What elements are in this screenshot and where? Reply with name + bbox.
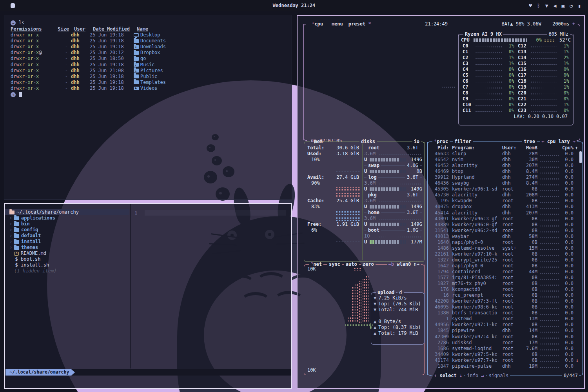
- tree-item[interactable]: ›themes: [5, 245, 130, 250]
- update-interval-control[interactable]: - 2000ms +: [545, 21, 577, 27]
- process-row[interactable]: 46095kworker/u98:6-kcroot0B0.0: [430, 304, 580, 310]
- process-row[interactable]: 2786udisksdroot17M0.0: [430, 340, 580, 346]
- process-mem-graph: [540, 343, 560, 345]
- battery-icon[interactable]: ▮: [578, 3, 581, 9]
- process-row[interactable]: 45305kworker/u96:1-sdroot0B0.0: [430, 186, 580, 192]
- name: Videos: [134, 85, 285, 91]
- process-row[interactable]: 45730alacrittydhh208M0.0: [430, 192, 580, 198]
- process-row[interactable]: 16rcu_preemptroot0B0.0: [430, 292, 580, 298]
- upload-box-hotkey[interactable]: d: [397, 290, 403, 296]
- filter-button[interactable]: filter: [453, 139, 473, 145]
- process-row[interactable]: 1794containerdroot44M0.0: [430, 269, 580, 275]
- bluetooth-icon[interactable]: ᛒ: [537, 3, 540, 9]
- omarchy-icon[interactable]: ♥: [529, 3, 532, 9]
- process-row[interactable]: 1686systemd-logindroot7.6M0.0: [430, 346, 580, 352]
- sort-selector[interactable]: ← cpu lazy →: [540, 139, 577, 145]
- terminal-window-ls[interactable]: → ls Permissions Size User Date Modified…: [4, 15, 292, 200]
- process-pid: 40013: [430, 234, 449, 240]
- tree-item[interactable]: $install.sh: [5, 262, 130, 268]
- select-controls[interactable]: ↑ select ↓: [432, 373, 464, 379]
- process-row[interactable]: 44956kworker/u97:1-kcroot0B0.0: [430, 322, 580, 328]
- process-pid: 1380: [430, 310, 449, 316]
- process-row[interactable]: 1845pipewiredhh14M0.0: [430, 328, 580, 334]
- process-row[interactable]: 1827mt76-tx phy0root0B0.0: [430, 281, 580, 287]
- process-name: kworker/u98:6-kc: [452, 304, 502, 310]
- tree-item[interactable]: ›config: [5, 227, 130, 233]
- tree-item[interactable]: ›default: [5, 233, 130, 239]
- process-row[interactable]: 46452alacrittydhh207M0.0: [430, 163, 580, 169]
- tree-toggle[interactable]: tree: [522, 139, 537, 145]
- process-mem: 0B: [521, 251, 537, 257]
- core-row: C221%: [516, 102, 571, 108]
- permissions: drwxr-xr-x: [11, 38, 54, 44]
- process-row[interactable]: 45414alacrittydhh207M0.0: [430, 210, 580, 216]
- process-row[interactable]: 1486systemd-resolvesyst+15M0.0: [430, 245, 580, 251]
- process-row[interactable]: 42309kworker/u97:4-kcroot0B0.0: [430, 334, 580, 340]
- tree-item[interactable]: ›bin: [5, 221, 130, 227]
- mem-box-tab[interactable]: ²mem: [310, 139, 324, 145]
- process-mem-graph: [540, 302, 560, 303]
- io-mode-toggle[interactable]: io: [412, 139, 421, 145]
- volume-icon[interactable]: ◀: [554, 3, 557, 9]
- net-zero-toggle[interactable]: zero: [361, 261, 376, 267]
- upload-graph-baseline: [345, 323, 373, 326]
- process-cpu: 0.0: [562, 210, 573, 216]
- process-row[interactable]: 43091kworker/u96:3-gfroot0B0.0: [430, 216, 580, 222]
- process-row[interactable]: 176kcompactd0root0B0.0: [430, 287, 580, 292]
- cpu-tray-icon[interactable]: ▣: [562, 3, 565, 9]
- process-mem-graph: [540, 290, 560, 292]
- tree-item[interactable]: ~/.local/share/omarchy: [5, 209, 129, 215]
- info-button[interactable]: info ↵: [465, 373, 485, 379]
- tree-item[interactable]: MREADME.md: [5, 250, 130, 256]
- process-cpu: 0.0: [562, 257, 573, 263]
- process-row[interactable]: 1systemdroot13M0.0: [430, 316, 580, 322]
- process-row[interactable]: 34409kworker/u97:5-kcroot0B0.0: [430, 352, 580, 358]
- proc-scrollbar-thumb[interactable]: [579, 151, 582, 163]
- mem-pct-row: 10%: [307, 157, 362, 163]
- process-row[interactable]: 40075dropboxdhh413M0.0: [430, 204, 580, 210]
- net-box-tab[interactable]: ³net: [309, 261, 323, 267]
- process-row[interactable]: 1640napi/phy0-0root0B0.0: [430, 240, 580, 245]
- disk-used-value: 149G: [407, 204, 422, 210]
- process-table-header[interactable]: Pid: Program: User: MemB Cpu% ↑: [430, 145, 580, 151]
- process-row[interactable]: 22161kworker/u97:10-kroot0B0.0: [430, 251, 580, 257]
- process-row[interactable]: 195kswapd0root0B0.0: [430, 198, 580, 204]
- net-interface-switcher[interactable]: ←b wlan0 n→: [387, 261, 421, 267]
- tree-item[interactable]: ›applications: [5, 215, 130, 221]
- process-row[interactable]: 1380btrfs-transactioroot0B0.0: [430, 310, 580, 316]
- file-manager-window[interactable]: ~/.local/share/omarchy›applications›bin›…: [4, 203, 292, 389]
- core-graph: [475, 82, 502, 83]
- signals-button[interactable]: signals: [487, 373, 510, 379]
- process-row[interactable]: 46436swaybgdhh8.4M0.0: [430, 180, 580, 186]
- net-auto-toggle[interactable]: auto: [344, 261, 359, 267]
- btop-window[interactable]: ¹cpu menu preset * 21:24:49 BAT▲ 98% 3.0…: [297, 15, 585, 389]
- wifi-icon[interactable]: ▼: [545, 3, 548, 9]
- tree-item[interactable]: ›install: [5, 239, 130, 245]
- disks-label[interactable]: disks: [359, 139, 377, 145]
- process-row[interactable]: 1577irq/81-PIXA3854:root0B0.0: [430, 275, 580, 281]
- process-row[interactable]: 1847pipewire-pulsedhh19M0.0: [430, 363, 580, 369]
- process-row[interactable]: 41174kworker/u97:7-kcroot0B0.0: [430, 358, 580, 363]
- core-graph: [475, 111, 502, 113]
- process-row[interactable]: 44889kworker/u96:0-gfroot0B0.0: [430, 222, 580, 228]
- process-name: kworker/u97:7-kc: [452, 358, 502, 363]
- process-row[interactable]: 39912Hyprlanddhh274M0.0: [430, 174, 580, 180]
- process-row[interactable]: 40013waybardhh58M0.0: [430, 234, 580, 240]
- net-sync-toggle[interactable]: sync: [327, 261, 342, 267]
- prompt-line-input[interactable]: →: [11, 92, 285, 98]
- process-row[interactable]: 46542nvimdhh30M0.0: [430, 157, 580, 163]
- process-row[interactable]: 31541kworker/u96:2-sdroot0B0.0: [430, 228, 580, 234]
- process-row[interactable]: 1327dmcrypt_write/25root0B0.0: [430, 257, 580, 263]
- process-row[interactable]: 46469btopdhh8.4M0.0: [430, 169, 580, 174]
- process-row[interactable]: 1642napi/phy0-0root0B0.0: [430, 263, 580, 269]
- core-usage: 1%: [558, 102, 569, 108]
- upload-box-label[interactable]: upload: [376, 290, 396, 296]
- gauge-icon[interactable]: ◔: [570, 3, 573, 9]
- cpu-box-tab[interactable]: ¹cpu: [310, 21, 325, 27]
- proc-box-tab[interactable]: ⁴proc: [432, 139, 450, 145]
- preset-button[interactable]: preset *: [347, 21, 373, 27]
- process-row[interactable]: 46633slurpdhh28M0.0: [430, 151, 580, 157]
- process-row[interactable]: 42208kworker/u97:3-flroot0B0.0: [430, 298, 580, 304]
- tree-item[interactable]: $boot.sh: [5, 256, 130, 262]
- menu-button[interactable]: menu: [330, 21, 345, 27]
